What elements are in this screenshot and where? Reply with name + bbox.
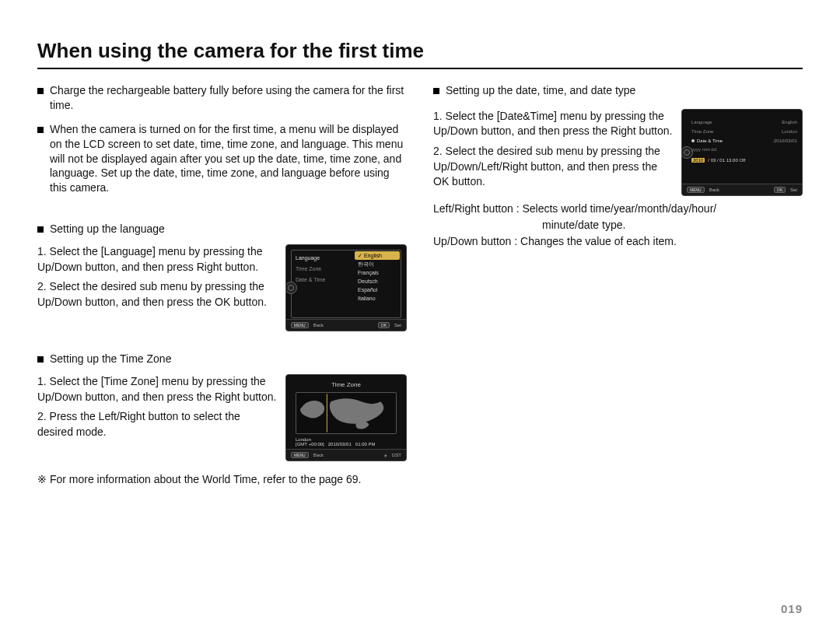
lcd-dt-row: 2010 / 03 / 01 13:00 Off xyxy=(691,158,745,163)
lcd-menu-item: Language xyxy=(296,253,326,264)
lcd-dt-val: English xyxy=(772,117,797,127)
lcd-tz-info: London [GMT +00:00] 2010/03/01 01:00 PM xyxy=(296,437,376,447)
lcd-dt-right: English London :2010/03/01 xyxy=(772,117,797,145)
timezone-steps: 1. Select the [Time Zone] menu by pressi… xyxy=(37,374,278,440)
lcd-menu-item: Time Zone xyxy=(691,127,723,136)
lcd-footer-set: Set xyxy=(790,187,797,192)
lcd-datetime-screenshot: Language Time Zone Date & Time English L… xyxy=(681,109,803,196)
timezone-step-2: 2. Press the Left/Right button to select… xyxy=(37,409,278,440)
datetime-steps-row: 1. Select the [Date&Time] menu by pressi… xyxy=(433,109,803,196)
sun-icon: ☀ xyxy=(383,453,387,458)
world-map-svg xyxy=(296,393,396,433)
manual-page: When using the camera for the first time… xyxy=(0,0,840,634)
intro-bullet-2: When the camera is turned on for the fir… xyxy=(37,122,407,206)
datetime-heading-text: Setting up the date, time, and date type xyxy=(446,83,635,98)
ok-badge-icon: OK xyxy=(378,322,390,328)
lcd-footer: MENU Back OK Set xyxy=(286,319,406,331)
lcd-lang-option: Deutsch xyxy=(355,277,400,285)
square-bullet-icon xyxy=(37,88,44,94)
language-steps-row: 1. Select the [Language] menu by pressin… xyxy=(37,244,407,331)
updown-explain: Up/Down button : Changes the value of ea… xyxy=(433,233,803,250)
lcd-footer-set: Set xyxy=(394,323,401,328)
lcd-footer-back: Back xyxy=(313,453,324,457)
page-title: When using the camera for the first time xyxy=(37,39,803,63)
lcd-lang-option: Español xyxy=(355,285,400,294)
lcd-dt-rest: / 03 / 01 13:00 Off xyxy=(708,158,745,163)
right-column: Setting up the date, time, and date type… xyxy=(433,83,803,488)
lcd-dt-year-highlight: 2010 xyxy=(691,158,705,163)
lcd-menu-item: Date & Time xyxy=(691,136,723,145)
intro-bullet-1: Charge the rechargeable battery fully be… xyxy=(37,83,407,116)
lcd-right-menu: English 한국어 Français Deutsch Español Ita… xyxy=(355,251,400,303)
lcd-menu-item: Time Zone xyxy=(296,264,326,275)
timezone-heading: Setting up the Time Zone xyxy=(37,352,407,366)
lcd-tz-time: 01:00 PM xyxy=(355,442,376,447)
language-heading-text: Setting up the language xyxy=(50,222,165,236)
lcd-lang-option: 한국어 xyxy=(355,260,400,268)
datetime-step-1: 1. Select the [Date&Time] menu by pressi… xyxy=(433,109,674,139)
menu-badge-icon: MENU xyxy=(291,322,309,328)
lcd-tz-title: Time Zone xyxy=(286,381,406,388)
lcd-footer-back: Back xyxy=(709,187,719,192)
square-bullet-icon xyxy=(37,356,44,363)
lcd-lang-option: Français xyxy=(355,268,400,277)
lcd-dt-left: Language Time Zone Date & Time xyxy=(691,117,723,145)
timezone-footnote: ※ For more information about the World T… xyxy=(37,472,407,488)
two-column-layout: Charge the rechargeable battery fully be… xyxy=(37,83,803,488)
lcd-tz-date: 2010/03/01 xyxy=(328,442,352,447)
lcd-timezone-screenshot: Time Zone London [GMT +00:00] 2010/03/01… xyxy=(285,374,407,461)
lcd-dt-val: London xyxy=(772,127,797,136)
lcd-dt-format: yyyy mm dd xyxy=(691,147,716,152)
timezone-steps-row: 1. Select the [Time Zone] menu by pressi… xyxy=(37,374,407,461)
menu-badge-icon: MENU xyxy=(687,187,705,193)
datetime-steps: 1. Select the [Date&Time] menu by pressi… xyxy=(433,109,674,190)
page-number: 019 xyxy=(781,602,803,615)
world-map-icon xyxy=(296,392,397,434)
square-bullet-icon xyxy=(37,127,44,133)
lcd-lang-option: Italiano xyxy=(355,294,400,303)
datetime-step-2: 2. Select the desired sub menu by pressi… xyxy=(433,144,674,190)
leftright-explain: Left/Right button : Selects world time/y… xyxy=(433,201,803,217)
intro-text-2: When the camera is turned on for the fir… xyxy=(50,122,407,195)
square-bullet-icon xyxy=(433,88,439,94)
lcd-footer-back: Back xyxy=(313,323,324,328)
lcd-footer-dst: DST xyxy=(392,453,401,457)
lcd-tz-gmt: [GMT +00:00] xyxy=(296,442,324,447)
datetime-heading: Setting up the date, time, and date type xyxy=(433,83,803,103)
lcd-footer: MENU Back OK Set xyxy=(682,184,802,195)
language-steps: 1. Select the [Language] menu by pressin… xyxy=(37,244,278,310)
language-heading: Setting up the language xyxy=(37,222,407,236)
lcd-menu-item: Date & Time xyxy=(296,275,326,285)
lcd-language-screenshot: Language Time Zone Date & Time English 한… xyxy=(285,244,407,331)
lcd-left-menu: Language Time Zone Date & Time xyxy=(296,253,326,285)
menu-badge-icon: MENU xyxy=(291,452,309,458)
button-explanation: Left/Right button : Selects world time/y… xyxy=(433,201,803,250)
left-column: Charge the rechargeable battery fully be… xyxy=(37,83,407,488)
ok-badge-icon: OK xyxy=(774,187,786,193)
title-rule xyxy=(37,68,803,69)
lcd-footer: MENU Back ☀ DST xyxy=(286,449,406,461)
timezone-heading-text: Setting up the Time Zone xyxy=(50,352,171,366)
lcd-menu-item: Language xyxy=(691,117,723,127)
lcd-lang-option: English xyxy=(355,251,400,260)
timezone-step-1: 1. Select the [Time Zone] menu by pressi… xyxy=(37,374,278,405)
language-step-2: 2. Select the desired sub menu by pressi… xyxy=(37,279,278,310)
lcd-dt-val: :2010/03/01 xyxy=(772,136,797,145)
language-step-1: 1. Select the [Language] menu by pressin… xyxy=(37,244,278,275)
intro-text-1: Charge the rechargeable battery fully be… xyxy=(50,83,407,113)
leftright-explain-cont: minute/date type. xyxy=(433,217,803,233)
square-bullet-icon xyxy=(37,226,44,233)
